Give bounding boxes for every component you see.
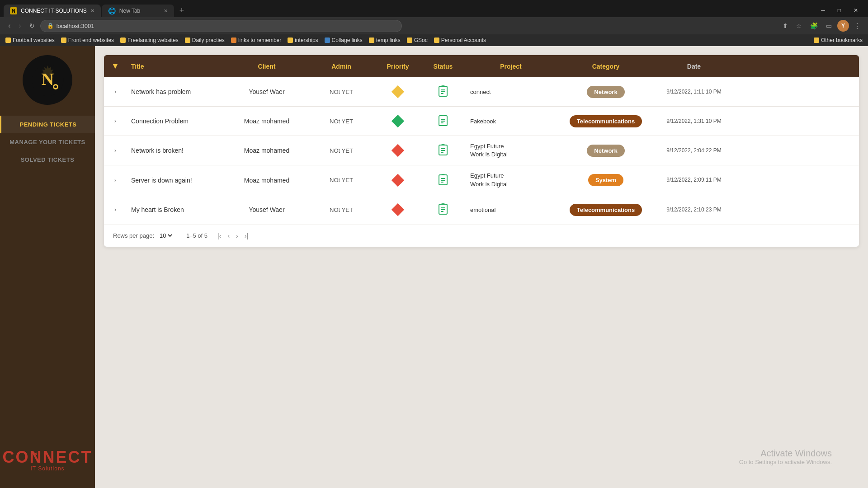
expand-btn-2[interactable]: › (104, 118, 127, 124)
svg-rect-19 (441, 182, 443, 183)
sidebar-button[interactable]: ▭ (823, 21, 835, 30)
sidebar-item-manage[interactable]: MANAGE YOUR TICKETS (0, 133, 95, 151)
row5-project: emotional (466, 206, 556, 213)
bookmark-star[interactable]: ☆ (793, 21, 805, 30)
tab-title-active: CONNECT IT-SOLUTIONS (21, 8, 87, 14)
table-row: › Network is broken! Moaz mohamed NOt YE… (104, 136, 859, 165)
close-button[interactable]: ✕ (847, 5, 864, 15)
app-layout: N PENDING TICKETS MANAGE YOUR TICKETS SO… (0, 46, 868, 488)
window-controls: ─ □ ✕ (815, 5, 864, 15)
minimize-button[interactable]: ─ (815, 5, 831, 15)
svg-rect-22 (441, 209, 445, 210)
windows-watermark: Activate Windows Go to Settings to activ… (739, 448, 832, 465)
row5-priority (375, 205, 420, 214)
profile-avatar[interactable]: Y (837, 20, 849, 32)
filter-icon[interactable]: ▼ (111, 61, 119, 71)
watermark-title: Activate Windows (739, 448, 832, 459)
row1-client: Yousef Waer (226, 88, 307, 95)
sidebar-item-solved[interactable]: SOLVED TICKETS (0, 151, 95, 169)
th-status: Status (420, 63, 466, 70)
new-tab-button[interactable]: + (175, 5, 189, 16)
svg-rect-13 (441, 148, 445, 149)
maximize-button[interactable]: □ (831, 5, 847, 15)
row4-category: System (556, 174, 656, 186)
row1-title: Network has problem (127, 88, 226, 95)
rows-per-page-select[interactable]: 10 25 50 (158, 232, 174, 239)
page-range-info: 1–5 of 5 (186, 232, 208, 239)
menu-button[interactable]: ⋮ (852, 21, 863, 31)
bookmark-frontend[interactable]: Front end websites (61, 37, 114, 43)
row3-date: 9/12/2022, 2:04:22 PM (656, 147, 732, 155)
row1-status (420, 85, 466, 98)
tab-active[interactable]: N CONNECT IT-SOLUTIONS ✕ (4, 5, 101, 17)
bookmark-other[interactable]: Other bookmarks (814, 37, 863, 43)
sidebar: N PENDING TICKETS MANAGE YOUR TICKETS SO… (0, 46, 95, 488)
next-page-button[interactable]: › (233, 231, 241, 240)
share-button[interactable]: ⬆ (780, 21, 791, 30)
row1-priority (375, 87, 420, 96)
table-row: › Network has problem Yousef Waer NOt YE… (104, 77, 859, 107)
row5-title: My heart is Broken (127, 206, 226, 213)
row5-status (420, 203, 466, 216)
pagination-controls: |‹ ‹ › ›| (215, 231, 251, 240)
expand-btn-3[interactable]: › (104, 147, 127, 154)
table-container: ▼ Title Client Admin Priority Status (104, 55, 859, 247)
row2-status (420, 115, 466, 127)
bookmark-freelancing[interactable]: Freelancing websites (120, 37, 179, 43)
row5-date: 9/12/2022, 2:10:23 PM (656, 206, 732, 214)
bookmark-collage[interactable]: Collage links (325, 37, 363, 43)
row3-status (420, 144, 466, 157)
row2-category: Telecommunications (556, 115, 656, 127)
row3-category: Network (556, 145, 656, 157)
svg-text:N: N (41, 70, 53, 89)
tab-inactive[interactable]: 🌐 New Tab ✕ (102, 5, 174, 17)
svg-rect-15 (441, 152, 443, 153)
bookmark-football[interactable]: Football websites (5, 37, 55, 43)
back-button[interactable]: ‹ (5, 21, 13, 31)
row3-title: Network is broken! (127, 147, 226, 154)
bookmark-links[interactable]: links to remember (231, 37, 281, 43)
bookmark-gsoc[interactable]: GSoc (407, 37, 428, 43)
row5-admin: NOt YET (307, 206, 375, 213)
row1-project: connect (466, 89, 556, 95)
row5-client: Yousef Waer (226, 206, 307, 213)
refresh-button[interactable]: ↻ (27, 21, 38, 30)
tab-close-inactive[interactable]: ✕ (164, 8, 168, 14)
tab-title-inactive: New Tab (119, 8, 140, 14)
first-page-button[interactable]: |‹ (215, 231, 224, 240)
table-row: › My heart is Broken Yousef Waer NOt YET (104, 195, 859, 225)
bookmark-interships[interactable]: interships (288, 37, 318, 43)
svg-rect-10 (441, 121, 445, 122)
bookmark-personal[interactable]: Personal Accounts (434, 37, 486, 43)
sidebar-item-pending[interactable]: PENDING TICKETS (0, 116, 95, 133)
expand-btn-5[interactable]: › (104, 206, 127, 213)
filter-cell[interactable]: ▼ (104, 61, 127, 71)
row1-date: 9/12/2022, 1:11:10 PM (656, 88, 732, 96)
row4-title: Server is down again! (127, 177, 226, 184)
brand-sub-text: IT Solutions (3, 465, 93, 472)
bookmark-daily[interactable]: Daily practies (185, 37, 225, 43)
th-date: Date (656, 63, 732, 70)
row4-admin: NOt YET (307, 177, 375, 183)
bookmark-temp[interactable]: temp links (369, 37, 401, 43)
prev-page-button[interactable]: ‹ (225, 231, 232, 240)
row4-client: Moaz mohamed (226, 177, 307, 184)
expand-btn-4[interactable]: › (104, 177, 127, 183)
address-bar[interactable]: 🔒 localhost:3001 (40, 20, 402, 32)
sidebar-brand: CO N ✕ NECT IT Solutions (3, 449, 93, 479)
tab-close-active[interactable]: ✕ (90, 8, 94, 14)
extensions-button[interactable]: 🧩 (807, 21, 821, 30)
row2-admin: NOt YET (307, 118, 375, 125)
row4-date: 9/12/2022, 2:09:11 PM (656, 176, 732, 184)
watermark-subtitle: Go to Settings to activate Windows. (739, 459, 832, 465)
table-header: ▼ Title Client Admin Priority Status (104, 55, 859, 77)
expand-btn-1[interactable]: › (104, 89, 127, 95)
th-priority: Priority (375, 63, 420, 70)
bookmarks-bar: Football websites Front end websites Fre… (0, 34, 868, 46)
nav-bar: ‹ › ↻ 🔒 localhost:3001 ⬆ ☆ 🧩 ▭ Y ⋮ (0, 17, 868, 34)
last-page-button[interactable]: ›| (242, 231, 251, 240)
table-row: › Server is down again! Moaz mohamed NOt… (104, 165, 859, 195)
row2-date: 9/12/2022, 1:31:10 PM (656, 117, 732, 125)
row4-priority (375, 176, 420, 185)
forward-button[interactable]: › (16, 21, 24, 31)
